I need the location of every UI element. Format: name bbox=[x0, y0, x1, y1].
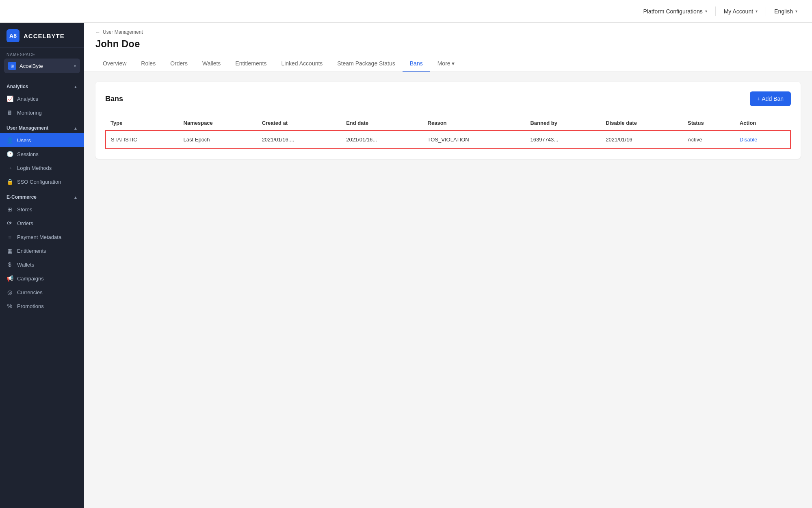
bans-section-title: Bans bbox=[105, 95, 123, 103]
sidebar-item-users[interactable]: 👤 Users bbox=[0, 133, 84, 147]
sidebar-item-login-methods-label: Login Methods bbox=[17, 165, 52, 171]
sidebar-logo: A8 ACCELBYTE bbox=[0, 23, 84, 48]
col-type: Type bbox=[106, 116, 179, 130]
cell-end-date: 2021/01/16... bbox=[341, 130, 422, 149]
cell-type: STATISTIC bbox=[106, 130, 179, 149]
namespace-chevron: ▾ bbox=[74, 64, 76, 68]
col-disable-date: Disable date bbox=[601, 116, 683, 130]
namespace-icon: ⊞ bbox=[8, 62, 16, 70]
breadcrumb-link[interactable]: User Management bbox=[103, 29, 143, 35]
sidebar-item-login-methods[interactable]: → Login Methods bbox=[0, 161, 84, 175]
sidebar-item-sessions[interactable]: 🕐 Sessions bbox=[0, 147, 84, 161]
sidebar-item-users-label: Users bbox=[17, 137, 31, 143]
my-account-label: My Account bbox=[724, 8, 753, 15]
logo-text: ACCELBYTE bbox=[24, 33, 65, 39]
bans-card-header: Bans + Add Ban bbox=[105, 91, 791, 106]
sidebar-item-currencies-label: Currencies bbox=[17, 289, 43, 295]
sidebar-item-sso-configuration[interactable]: 🔒 SSO Configuration bbox=[0, 175, 84, 189]
sidebar-item-monitoring[interactable]: 🖥 Monitoring bbox=[0, 106, 84, 119]
namespace-label: NAMESPACE bbox=[0, 48, 84, 59]
tab-entitlements[interactable]: Entitlements bbox=[228, 56, 274, 72]
platform-config-chevron: ▾ bbox=[705, 9, 707, 13]
sidebar-item-analytics[interactable]: 📈 Analytics bbox=[0, 92, 84, 106]
language-menu[interactable]: English ▾ bbox=[769, 6, 802, 17]
sidebar-item-currencies[interactable]: ◎ Currencies bbox=[0, 285, 84, 299]
content-body: Bans + Add Ban Type Namespace Created at… bbox=[84, 72, 812, 508]
bans-table-header-row: Type Namespace Created at End date Reaso… bbox=[106, 116, 790, 130]
topbar-divider-2 bbox=[766, 7, 766, 16]
breadcrumb-arrow: ← bbox=[95, 29, 100, 35]
sidebar-item-wallets[interactable]: $ Wallets bbox=[0, 258, 84, 271]
section-user-management[interactable]: User Management ▲ bbox=[0, 119, 84, 133]
tab-roles[interactable]: Roles bbox=[134, 56, 163, 72]
analytics-icon: 📈 bbox=[6, 96, 13, 102]
sidebar: A8 ACCELBYTE NAMESPACE ⊞ AccelByte ▾ Ana… bbox=[0, 23, 84, 508]
disable-button[interactable]: Disable bbox=[740, 137, 757, 143]
table-row: STATISTIC Last Epoch 2021/01/16.... 2021… bbox=[106, 130, 790, 149]
page-title: John Doe bbox=[95, 38, 801, 50]
tab-steam-package-status[interactable]: Steam Package Status bbox=[330, 56, 402, 72]
topbar: Platform Configurations ▾ My Account ▾ E… bbox=[0, 0, 812, 23]
users-icon: 👤 bbox=[6, 137, 13, 143]
tab-bans[interactable]: Bans bbox=[403, 56, 430, 72]
cell-created-at: 2021/01/16.... bbox=[257, 130, 342, 149]
content-header: ← User Management John Doe Overview Role… bbox=[84, 23, 812, 72]
topbar-divider-1 bbox=[715, 7, 716, 16]
layout: A8 ACCELBYTE NAMESPACE ⊞ AccelByte ▾ Ana… bbox=[0, 23, 812, 508]
sidebar-item-payment-metadata-label: Payment Metadata bbox=[17, 234, 61, 240]
sidebar-item-promotions-label: Promotions bbox=[17, 303, 44, 309]
cell-disable-date: 2021/01/16 bbox=[601, 130, 683, 149]
bans-table-head: Type Namespace Created at End date Reaso… bbox=[106, 116, 790, 130]
breadcrumb[interactable]: ← User Management bbox=[95, 29, 801, 35]
sidebar-item-sessions-label: Sessions bbox=[17, 151, 39, 157]
col-reason: Reason bbox=[423, 116, 526, 130]
logo-icon: A8 bbox=[6, 29, 19, 42]
sidebar-item-orders[interactable]: 🛍 Orders bbox=[0, 216, 84, 230]
main-content: ← User Management John Doe Overview Role… bbox=[84, 23, 812, 508]
stores-icon: ⊞ bbox=[6, 206, 13, 213]
section-user-management-toggle: ▲ bbox=[74, 126, 78, 130]
namespace-name: AccelByte bbox=[19, 63, 71, 69]
tab-overview[interactable]: Overview bbox=[95, 56, 134, 72]
cell-action: Disable bbox=[735, 130, 790, 149]
sidebar-item-wallets-label: Wallets bbox=[17, 262, 34, 268]
payment-metadata-icon: ≡ bbox=[6, 234, 13, 240]
tab-more[interactable]: More ▾ bbox=[430, 56, 462, 72]
tab-linked-accounts[interactable]: Linked Accounts bbox=[274, 56, 330, 72]
sidebar-item-entitlements[interactable]: ▦ Entitlements bbox=[0, 244, 84, 258]
platform-config-label: Platform Configurations bbox=[643, 8, 702, 15]
sidebar-item-promotions[interactable]: % Promotions bbox=[0, 299, 84, 313]
tab-wallets[interactable]: Wallets bbox=[195, 56, 228, 72]
sidebar-item-stores[interactable]: ⊞ Stores bbox=[0, 202, 84, 216]
cell-banned-by: 16397743... bbox=[525, 130, 601, 149]
namespace-selector[interactable]: ⊞ AccelByte ▾ bbox=[4, 59, 80, 73]
sidebar-item-orders-label: Orders bbox=[17, 220, 33, 226]
add-ban-button[interactable]: + Add Ban bbox=[750, 91, 791, 106]
section-analytics-label: Analytics bbox=[6, 84, 28, 89]
currencies-icon: ◎ bbox=[6, 289, 13, 295]
tab-orders[interactable]: Orders bbox=[163, 56, 195, 72]
col-created-at: Created at bbox=[257, 116, 342, 130]
section-ecommerce[interactable]: E-Commerce ▲ bbox=[0, 189, 84, 202]
platform-config-menu[interactable]: Platform Configurations ▾ bbox=[638, 6, 712, 17]
section-analytics[interactable]: Analytics ▲ bbox=[0, 78, 84, 92]
sidebar-item-campaigns[interactable]: 📢 Campaigns bbox=[0, 271, 84, 285]
bans-table: Type Namespace Created at End date Reaso… bbox=[105, 116, 791, 149]
col-namespace: Namespace bbox=[179, 116, 257, 130]
bans-table-body: STATISTIC Last Epoch 2021/01/16.... 2021… bbox=[106, 130, 790, 149]
col-action: Action bbox=[735, 116, 790, 130]
sidebar-item-payment-metadata[interactable]: ≡ Payment Metadata bbox=[0, 230, 84, 244]
section-user-management-label: User Management bbox=[6, 125, 48, 131]
sso-icon: 🔒 bbox=[6, 178, 13, 185]
col-status: Status bbox=[683, 116, 735, 130]
monitoring-icon: 🖥 bbox=[6, 109, 13, 116]
entitlements-icon: ▦ bbox=[6, 247, 13, 254]
cell-reason: TOS_VIOLATION bbox=[423, 130, 526, 149]
my-account-chevron: ▾ bbox=[756, 9, 758, 13]
my-account-menu[interactable]: My Account ▾ bbox=[719, 6, 762, 17]
sidebar-item-campaigns-label: Campaigns bbox=[17, 276, 44, 282]
sidebar-item-analytics-label: Analytics bbox=[17, 96, 38, 102]
section-ecommerce-label: E-Commerce bbox=[6, 194, 37, 200]
section-analytics-toggle: ▲ bbox=[74, 85, 78, 89]
bans-card: Bans + Add Ban Type Namespace Created at… bbox=[95, 82, 801, 159]
